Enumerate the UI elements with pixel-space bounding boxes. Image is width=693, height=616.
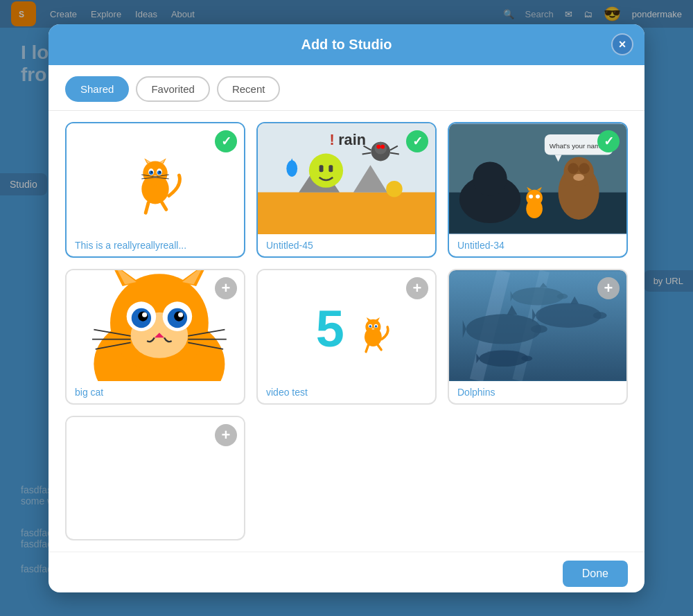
modal-overlay: Add to Studio × Shared Favorited Recent bbox=[0, 0, 693, 616]
svg-point-51 bbox=[526, 199, 543, 218]
svg-text:!: ! bbox=[329, 130, 334, 148]
svg-point-104 bbox=[512, 287, 564, 305]
project-6-status-badge: + bbox=[597, 277, 620, 299]
svg-point-13 bbox=[159, 171, 161, 173]
svg-point-35 bbox=[380, 144, 385, 148]
project-3-status-badge: ✓ bbox=[597, 130, 620, 152]
svg-point-40 bbox=[386, 180, 403, 197]
svg-point-47 bbox=[568, 163, 579, 174]
svg-point-108 bbox=[479, 350, 528, 367]
project-card-7[interactable]: + bbox=[65, 416, 245, 540]
svg-point-99 bbox=[531, 325, 547, 333]
modal-tabs: Shared Favorited Recent bbox=[49, 65, 644, 111]
svg-point-74 bbox=[178, 312, 183, 317]
modal-header: Add to Studio × bbox=[49, 24, 644, 65]
project-2-title: Untitled-45 bbox=[258, 234, 435, 256]
project-5-status-badge: + bbox=[406, 277, 428, 299]
svg-point-33 bbox=[374, 141, 387, 154]
done-button[interactable]: Done bbox=[563, 561, 628, 587]
project-2-status-badge: ✓ bbox=[406, 130, 428, 152]
project-4-title: big cat bbox=[67, 381, 244, 403]
modal-close-button[interactable]: × bbox=[611, 33, 633, 55]
svg-point-3 bbox=[143, 161, 167, 185]
project-thumbnail-7: + bbox=[67, 417, 244, 528]
svg-point-11 bbox=[157, 170, 161, 175]
svg-point-54 bbox=[529, 194, 533, 198]
modal-footer: Done bbox=[49, 552, 644, 592]
svg-point-91 bbox=[375, 325, 377, 327]
svg-point-100 bbox=[536, 303, 602, 327]
project-7-status-badge: + bbox=[215, 424, 237, 446]
project-card-1[interactable]: ✓ This is a reallyreallyreall... bbox=[65, 122, 245, 258]
add-to-studio-modal: Add to Studio × Shared Favorited Recent bbox=[49, 24, 644, 592]
project-6-title: Dolphins bbox=[449, 381, 626, 403]
svg-point-110 bbox=[521, 355, 532, 361]
project-card-6[interactable]: + Dolphins bbox=[448, 269, 628, 405]
svg-point-103 bbox=[593, 312, 607, 319]
project-thumbnail-4: + bbox=[67, 270, 244, 381]
svg-point-46 bbox=[563, 157, 593, 186]
project-thumbnail-3: What's your name? ✓ bbox=[449, 123, 626, 234]
project-3-title: Untitled-34 bbox=[449, 234, 626, 256]
tab-favorited[interactable]: Favorited bbox=[136, 76, 210, 102]
project-card-2[interactable]: ! rain bbox=[256, 122, 437, 258]
project-1-status-badge: ✓ bbox=[215, 130, 237, 152]
svg-point-85 bbox=[365, 319, 380, 334]
modal-body: ✓ This is a reallyreallyreall... bbox=[49, 111, 644, 552]
svg-point-96 bbox=[466, 314, 541, 344]
tab-recent[interactable]: Recent bbox=[217, 76, 281, 102]
modal-title: Add to Studio bbox=[301, 37, 392, 53]
project-thumbnail-6: + bbox=[449, 270, 626, 381]
svg-point-90 bbox=[369, 325, 371, 327]
svg-point-49 bbox=[573, 174, 584, 181]
svg-point-44 bbox=[473, 161, 507, 195]
svg-point-27 bbox=[309, 153, 343, 187]
svg-point-10 bbox=[149, 170, 153, 175]
svg-rect-28 bbox=[319, 165, 324, 172]
svg-point-48 bbox=[579, 163, 590, 174]
svg-point-12 bbox=[151, 171, 152, 173]
project-5-title: video test bbox=[258, 381, 435, 403]
project-4-status-badge: + bbox=[215, 277, 237, 299]
projects-grid: ✓ This is a reallyreallyreall... bbox=[65, 122, 628, 540]
svg-text:rain: rain bbox=[338, 130, 366, 148]
svg-point-55 bbox=[536, 194, 540, 198]
svg-point-92 bbox=[371, 328, 374, 330]
project-thumbnail-5: 5 bbox=[258, 270, 435, 381]
svg-point-73 bbox=[142, 312, 147, 317]
tab-shared[interactable]: Shared bbox=[65, 76, 129, 102]
project-thumbnail-2: ! rain bbox=[258, 123, 435, 234]
project-card-5[interactable]: 5 bbox=[256, 269, 437, 405]
svg-point-107 bbox=[557, 293, 568, 299]
project-card-4[interactable]: + big cat bbox=[65, 269, 245, 405]
project-1-title: This is a reallyreallyreall... bbox=[67, 234, 244, 256]
svg-text:5: 5 bbox=[316, 299, 344, 357]
svg-rect-29 bbox=[328, 165, 333, 172]
project-thumbnail-1: ✓ bbox=[67, 123, 244, 234]
project-7-title bbox=[67, 528, 244, 539]
svg-point-34 bbox=[376, 144, 380, 148]
project-card-3[interactable]: What's your name? ✓ Untitled-34 bbox=[448, 122, 628, 258]
svg-rect-22 bbox=[258, 192, 435, 233]
